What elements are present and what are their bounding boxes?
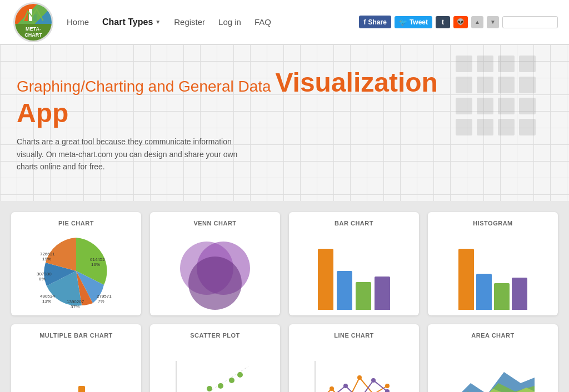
svg-text:13%: 13% — [42, 299, 51, 304]
svg-text:1390207: 1390207 — [67, 299, 84, 304]
chart-card-venn[interactable]: VENN CHART — [150, 212, 280, 315]
svg-point-34 — [357, 375, 362, 380]
svg-point-23 — [207, 386, 212, 391]
share-up-button[interactable]: ▲ — [471, 16, 483, 28]
decorative-squares — [456, 56, 536, 135]
chart-card-pie[interactable]: PIE CHART 614452 16% 279571 7% — [11, 212, 141, 315]
chart-title-histogram: HISTOGRAM — [473, 220, 513, 227]
svg-point-36 — [385, 384, 390, 388]
chart-title-scatter: SCATTER PLOT — [190, 332, 240, 339]
svg-point-17 — [188, 257, 242, 310]
social-buttons: f Share 🐦 Tweet t 👽 ▲ ▼ — [359, 16, 558, 28]
histogram-bar — [512, 278, 527, 310]
nav-faq[interactable]: FAQ — [254, 17, 271, 27]
bar-group — [78, 386, 101, 392]
histogram-bar — [494, 283, 510, 310]
hero-section: Graphing/Charting and General Data Visua… — [0, 44, 569, 201]
chart-title-venn: VENN CHART — [193, 220, 236, 227]
svg-point-27 — [237, 372, 243, 378]
facebook-share-button[interactable]: f Share — [359, 16, 391, 28]
logo-text: META- CHART — [15, 24, 52, 41]
chart-card-multiple-bar[interactable]: MULTIPLE BAR CHART — [11, 324, 141, 392]
svg-text:279571: 279571 — [97, 294, 112, 299]
scatter-visual — [156, 344, 274, 392]
svg-text:490534: 490534 — [40, 294, 55, 299]
reddit-button[interactable]: 👽 — [453, 16, 468, 28]
tumblr-icon: t — [442, 18, 444, 26]
svg-rect-2 — [33, 14, 37, 21]
bar-item — [337, 271, 352, 310]
svg-point-41 — [371, 378, 376, 383]
svg-text:19%: 19% — [42, 257, 51, 262]
svg-point-25 — [229, 378, 234, 383]
nav-register[interactable]: Register — [174, 17, 205, 27]
nav-home[interactable]: Home — [67, 17, 89, 27]
bar-chart-visual — [295, 232, 413, 310]
chart-card-bar[interactable]: BAR CHART — [289, 212, 419, 315]
twitter-icon: 🐦 — [399, 18, 407, 26]
chart-card-area[interactable]: AREA CHART — [428, 324, 558, 392]
area-chart-visual — [433, 344, 552, 392]
tumblr-button[interactable]: t — [436, 16, 450, 28]
nav-login[interactable]: Log in — [218, 17, 241, 27]
svg-text:614452: 614452 — [90, 257, 105, 262]
bar-item — [318, 249, 333, 310]
chart-title-pie: PIE CHART — [58, 220, 94, 227]
svg-text:7%: 7% — [98, 299, 104, 304]
chart-title-bar: BAR CHART — [335, 220, 373, 227]
chart-grid: PIE CHART 614452 16% 279571 7% — [0, 201, 569, 392]
svg-text:37%: 37% — [71, 304, 79, 309]
chart-card-line[interactable]: LINE CHART — [289, 324, 419, 392]
hero-subtitle: Charts are a great tool because they com… — [17, 135, 250, 173]
svg-point-24 — [218, 383, 223, 389]
share-down-button[interactable]: ▼ — [487, 16, 499, 28]
svg-point-32 — [330, 386, 334, 391]
svg-text:16%: 16% — [91, 262, 100, 267]
logo[interactable]: META- CHART — [11, 0, 56, 44]
bar-item — [375, 277, 390, 310]
chevron-down-icon: ▼ — [155, 19, 161, 25]
chart-card-histogram[interactable]: HISTOGRAM — [428, 212, 558, 315]
svg-point-39 — [343, 384, 348, 388]
chart-title-line: LINE CHART — [334, 332, 374, 339]
nav-links: Home Chart Types ▼ Register Log in FAQ — [67, 17, 359, 27]
reddit-icon: 👽 — [457, 18, 465, 26]
svg-line-20 — [179, 366, 248, 392]
venn-chart-visual — [156, 232, 274, 310]
histogram-bar — [476, 274, 492, 310]
chart-card-scatter[interactable]: SCATTER PLOT — [150, 324, 280, 392]
svg-text:307380: 307380 — [37, 272, 52, 277]
multiple-bar-visual — [17, 344, 136, 392]
histogram-bar — [458, 249, 474, 310]
facebook-icon: f — [363, 18, 366, 26]
twitter-tweet-button[interactable]: 🐦 Tweet — [395, 16, 432, 28]
chart-title-area: AREA CHART — [471, 332, 514, 339]
multi-bar-item — [78, 386, 85, 392]
chart-title-multiple-bar: MULTIPLE BAR CHART — [39, 332, 113, 339]
search-input[interactable] — [502, 16, 558, 28]
svg-text:8%: 8% — [39, 277, 46, 282]
bar-item — [356, 282, 371, 310]
histogram-visual — [433, 232, 552, 310]
pie-chart-visual: 614452 16% 279571 7% 1390207 37% 490534 … — [17, 232, 136, 310]
navbar: META- CHART Home Chart Types ▼ Register … — [0, 0, 569, 44]
nav-chart-types[interactable]: Chart Types ▼ — [102, 17, 161, 27]
line-chart-visual — [295, 344, 413, 392]
svg-text:726631: 726631 — [40, 252, 55, 257]
